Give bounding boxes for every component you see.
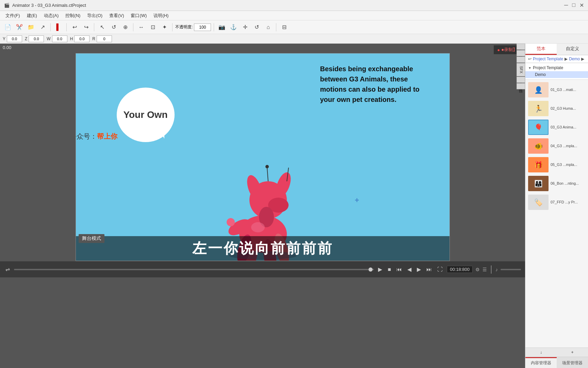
tree-project-template[interactable]: ▼ Project Template [525, 64, 588, 71]
h-input[interactable] [74, 35, 89, 42]
scale-btn[interactable]: ⊕ [120, 22, 130, 32]
maximize-button[interactable]: □ [572, 2, 575, 9]
menu-view[interactable]: 查看(V) [107, 12, 127, 19]
playback-thumb[interactable] [369, 267, 373, 272]
project-tree: ▼ Project Template Demo [525, 63, 588, 80]
opacity-field: 不透明度: [175, 24, 211, 31]
w-input[interactable] [52, 35, 67, 42]
thumb-07[interactable]: 🏷️ 07_FFD ...y Pr... [527, 194, 587, 211]
tab-scene-manager[interactable]: 场景管理器 [557, 357, 588, 368]
y-coord-group: Y [3, 35, 22, 42]
prev-btn[interactable]: ◀ [406, 266, 413, 273]
speech-bubble: Your Own [117, 88, 185, 149]
anchor-btn[interactable]: ⚓ [228, 22, 239, 32]
rotate-btn[interactable]: ↺ [109, 22, 119, 32]
thumb-img-02: 🏃 [528, 101, 549, 116]
side-btn-6[interactable]: 场性作 [517, 83, 525, 89]
side-btn-1[interactable]: 模板 [517, 44, 525, 50]
main-layout: 0.00 ● ●录制】 Your Own Besides being excha… [0, 44, 588, 368]
opacity-input[interactable] [194, 24, 211, 31]
window-controls[interactable]: ─ □ ✕ [564, 2, 584, 9]
thumb-05[interactable]: 🎁 05_G3 ...mpla... [527, 156, 587, 173]
menu-animation[interactable]: 动态(A) [41, 12, 61, 19]
canvas-area: 0.00 ● ●录制】 Your Own Besides being excha… [0, 44, 525, 368]
thumb-img-05: 🎁 [528, 157, 549, 172]
settings-icon[interactable]: ⚙ [475, 267, 480, 272]
main-toolbar: 📄 ✂️ 📁 ↗ ▌ ↩ ↪ ↖ ↺ ⊕ ↔ ⊡ ✦ 不透明度: 📷 ⚓ ✛ ↺… [0, 20, 588, 34]
z-input[interactable] [29, 35, 44, 42]
export-btn[interactable]: ↗ [37, 22, 48, 32]
open-btn[interactable]: 📁 [26, 22, 36, 32]
thumb-img-01: 👤 [528, 82, 549, 97]
menu-control[interactable]: 控制(N) [63, 12, 83, 19]
undo-btn[interactable]: ↩ [69, 22, 80, 32]
menu-export[interactable]: 导出(O) [84, 12, 105, 19]
w-coord-group: W [47, 35, 67, 42]
menu-window[interactable]: 窗口(W) [128, 12, 149, 19]
download-btn[interactable]: ↓ [525, 348, 557, 357]
tab-content-manager[interactable]: 内容管理器 [525, 357, 557, 368]
record-mode-btn[interactable]: ▌ [53, 22, 64, 32]
home-btn[interactable]: ⌂ [263, 22, 273, 32]
center-btn[interactable]: ✛ [240, 22, 250, 32]
tree-demo[interactable]: Demo [525, 71, 588, 78]
bubble-tail [158, 128, 164, 139]
tab-fanben[interactable]: 范本 [525, 44, 557, 55]
tab-custom[interactable]: 自定义 [557, 44, 588, 55]
loop-btn[interactable]: ⇌ [4, 266, 11, 273]
bone-btn[interactable]: ⊡ [148, 22, 158, 32]
timeline-btn[interactable]: ⊟ [279, 22, 289, 32]
prev-frame-btn[interactable]: ⏮ [395, 266, 403, 273]
side-btn-2[interactable]: 预设 [517, 50, 525, 56]
fullscreen-btn[interactable]: ⛶ [436, 266, 444, 273]
dog-antenna-tip [265, 165, 269, 168]
thumb-02[interactable]: 🏃 02_G3 Huma... [527, 100, 587, 117]
save-btn[interactable]: ✂️ [14, 22, 24, 32]
right-panel: 范本 自定义 ↩ Project Template ▶ Demo ▶ ▼ Pro… [525, 44, 588, 368]
playback-slider[interactable] [14, 269, 374, 270]
menu-build[interactable]: 建(E) [24, 12, 40, 19]
breadcrumb-demo[interactable]: Demo [569, 57, 580, 61]
tree-label-project: Project Template [533, 65, 563, 70]
r-input[interactable] [97, 35, 112, 42]
pin-btn[interactable]: ✦ [159, 22, 169, 32]
thumb-06[interactable]: 👨‍👩‍👧 06_Bon ...nting... [527, 175, 587, 192]
thumb-label-01: 01_G3 ...mati... [551, 87, 576, 92]
play-btn[interactable]: ▶ [377, 266, 383, 273]
canvas-main-text: Besides being exchangeable between G3 An… [320, 64, 429, 105]
record-label: ●录制】 [501, 47, 517, 53]
close-button[interactable]: ✕ [579, 2, 584, 9]
thumb-01[interactable]: 👤 01_G3 ...mati... [527, 81, 587, 98]
sep6 [214, 23, 214, 31]
side-btn-4[interactable]: SFX [517, 63, 525, 76]
list-icon[interactable]: ☰ [483, 267, 487, 272]
thumb-03[interactable]: 🎈 03_G3 Anima... [527, 119, 587, 136]
side-btn-3[interactable]: 脚本 [517, 57, 525, 63]
new-btn[interactable]: 📄 [3, 22, 13, 32]
minimize-button[interactable]: ─ [564, 2, 568, 9]
redo-btn[interactable]: ↪ [81, 22, 91, 32]
add-btn[interactable]: + [557, 348, 588, 357]
pb-sep [491, 265, 491, 274]
back-icon[interactable]: ↩ [528, 57, 532, 61]
stop-btn[interactable]: ■ [386, 266, 392, 273]
thumb-img-06: 👨‍👩‍👧 [528, 176, 549, 191]
next-btn[interactable]: ▶ [415, 266, 422, 273]
stage-canvas[interactable]: Your Own Besides being exchangeable betw… [76, 53, 450, 261]
menu-file[interactable]: 文件(F) [3, 12, 23, 19]
thumb-label-02: 02_G3 Huma... [551, 106, 576, 111]
main-text-content: Besides being exchangeable between G3 An… [320, 65, 420, 103]
next-frame-btn[interactable]: ⏭ [425, 266, 433, 273]
volume-icon[interactable]: ♪ [495, 267, 498, 272]
title-bar-left: 🎬 Animator 3 - 03_G3 Animals.ctProject [4, 3, 86, 8]
breadcrumb-project[interactable]: Project Template [533, 57, 563, 61]
camera-btn[interactable]: 📷 [217, 22, 227, 32]
y-input[interactable] [7, 35, 22, 42]
menu-help[interactable]: 说明(H) [151, 12, 171, 19]
move-x-btn[interactable]: ↔ [136, 22, 146, 32]
side-btn-5[interactable]: 道具 [517, 77, 525, 83]
reset-btn[interactable]: ↺ [251, 22, 262, 32]
thumb-label-06: 06_Bon ...nting... [551, 181, 579, 186]
select-btn[interactable]: ↖ [97, 22, 107, 32]
thumb-04[interactable]: 🐠 04_G3 ...mpla... [527, 137, 587, 155]
